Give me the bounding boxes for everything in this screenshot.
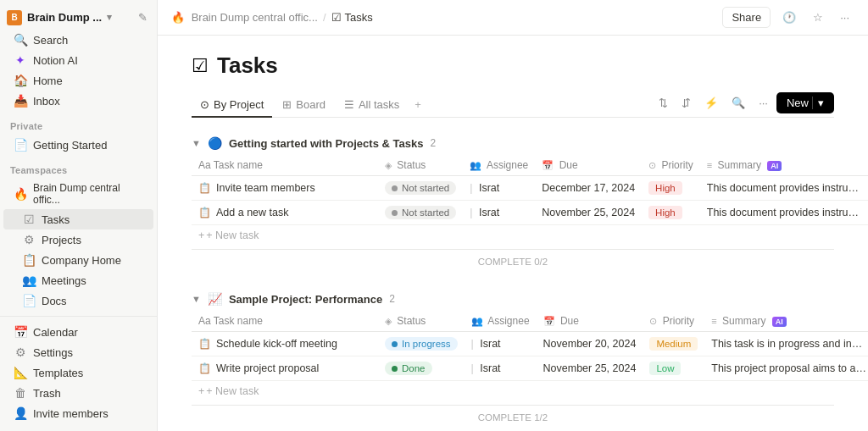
docs-icon: 📄: [22, 294, 36, 307]
status-dot: [392, 341, 398, 347]
circle-icon: ⊙: [200, 98, 209, 111]
section-header-sample[interactable]: ▼ 📈 Sample Project: Performance 2: [192, 287, 834, 311]
workspace-name[interactable]: B Brain Dump ... ▾: [7, 10, 112, 25]
task-name-cell-2-1[interactable]: 📋 Write project proposal: [192, 356, 378, 381]
tab-by-project[interactable]: ⊙ By Project: [192, 93, 272, 118]
task-status-cell-1-0[interactable]: Not started: [378, 176, 463, 201]
sidebar-item-settings[interactable]: ⚙ Settings: [3, 342, 153, 362]
task-summary-2-1: This project proposal aims to achieve o: [704, 356, 868, 381]
task-status-2-0[interactable]: In progress: [378, 332, 465, 356]
col-header-assignee-1: 👥 Assignee: [463, 155, 535, 176]
people-icon: 👥: [22, 274, 36, 287]
sidebar-item-notion-ai[interactable]: ✦ Notion AI: [3, 50, 153, 70]
task-table-2: Aa Task name ◈ Status 👥 Assignee 📅: [192, 311, 868, 381]
inbox-icon: 📥: [14, 94, 27, 108]
sidebar-item-brain-dump[interactable]: 🔥 Brain Dump central offic...: [3, 179, 153, 209]
task-status-2-1[interactable]: Done: [378, 356, 465, 381]
priority-badge: High: [648, 206, 682, 219]
status-badge: Done: [385, 362, 432, 375]
sort-button[interactable]: ⇵: [676, 94, 696, 112]
col-header-status-1: ◈ Status: [378, 155, 463, 176]
plus-icon: +: [198, 385, 204, 397]
search-button[interactable]: 🔍: [726, 94, 750, 112]
sidebar-item-docs[interactable]: 📄 Docs: [3, 290, 153, 311]
page-icon: 📄: [14, 138, 27, 152]
search-icon: 🔍: [14, 33, 27, 47]
add-view-button[interactable]: +: [409, 93, 426, 116]
sidebar-item-getting-started[interactable]: 📄 Getting Started: [3, 135, 153, 155]
sidebar-item-meetings[interactable]: 👥 Meetings: [3, 270, 153, 290]
due-col-icon-2: 📅: [543, 316, 555, 326]
section-header-getting-started[interactable]: ▼ 🔵 Getting started with Projects & Task…: [192, 131, 834, 155]
sidebar-item-home[interactable]: 🏠 Home: [3, 70, 153, 91]
table-row[interactable]: 📋 Write project proposal Done |: [192, 356, 868, 381]
share-button[interactable]: Share: [722, 7, 771, 28]
sidebar-item-inbox[interactable]: 📥 Inbox: [3, 91, 153, 111]
calendar-icon: 📅: [14, 325, 27, 339]
teamspaces-section-label: Teamspaces: [0, 155, 157, 179]
priority-col-icon: ⊙: [648, 160, 656, 170]
sidebar-item-tasks[interactable]: ☑ Tasks: [3, 209, 153, 229]
history-button[interactable]: 🕐: [777, 8, 801, 27]
col-header-due-2: 📅 Due: [537, 311, 643, 332]
sidebar-item-projects[interactable]: ⚙ Projects: [3, 229, 153, 250]
section-getting-started: ▼ 🔵 Getting started with Projects & Task…: [192, 131, 834, 274]
breadcrumb-current: ☑ Tasks: [331, 11, 373, 24]
plus-icon: +: [198, 229, 204, 241]
table-row[interactable]: 📋 Invite team members Not started |: [192, 176, 868, 201]
filter-button[interactable]: ⇅: [654, 94, 673, 112]
priority-badge: Medium: [649, 337, 698, 351]
new-page-icon[interactable]: ✎: [136, 8, 150, 26]
section-title-2: Sample Project: Performance: [229, 293, 382, 306]
task-summary-2-0: This task is in progress and involves sc: [704, 332, 868, 356]
templates-icon: 📐: [14, 366, 27, 379]
new-task-button-1[interactable]: + + New task: [192, 225, 834, 246]
col-header-taskname-2: Aa Task name: [192, 311, 378, 332]
automation-button[interactable]: ⚡: [699, 94, 723, 112]
task-due-1-0: December 17, 2024: [535, 176, 642, 201]
divider: |: [470, 207, 472, 218]
status-dot: [392, 210, 398, 216]
col-header-priority-1: ⊙ Priority: [642, 155, 700, 176]
new-button-arrow[interactable]: ▾: [812, 97, 824, 109]
task-due-2-0: November 20, 2024: [537, 332, 643, 356]
workspace-icon: B: [7, 10, 22, 25]
breadcrumb-workspace[interactable]: 🔥 Brain Dump central offic...: [171, 11, 318, 24]
summary-col-icon: ≡: [707, 160, 712, 170]
sidebar-item-calendar[interactable]: 📅 Calendar: [3, 322, 153, 342]
table-icon: 📋: [22, 253, 36, 267]
task-name-cell-2-0[interactable]: 📋 Schedule kick-off meeting: [192, 332, 378, 356]
task-name-cell-1-0[interactable]: 📋 Invite team members: [192, 176, 378, 201]
task-due-2-1: November 25, 2024: [537, 356, 643, 381]
divider: |: [471, 362, 474, 374]
task-name-cell-1-1[interactable]: 📋 Add a new task: [192, 201, 378, 225]
more-options-button[interactable]: ···: [754, 94, 773, 112]
priority-badge: Low: [649, 362, 681, 375]
sidebar-item-company-home[interactable]: 📋 Company Home: [3, 250, 153, 270]
tab-all-tasks[interactable]: ☰ All tasks: [336, 93, 408, 118]
task-priority-2-0: Medium: [643, 332, 704, 356]
sidebar-item-templates[interactable]: 📐 Templates: [3, 362, 153, 383]
table-header-row-2: Aa Task name ◈ Status 👥 Assignee 📅: [192, 311, 868, 332]
sidebar-item-trash[interactable]: 🗑 Trash: [3, 383, 153, 403]
chevron-down-icon: ▾: [107, 12, 112, 23]
sidebar-item-search[interactable]: 🔍 Search: [3, 30, 153, 50]
priority-col-icon-2: ⊙: [649, 316, 657, 326]
sidebar-item-invite-members[interactable]: 👤 Invite members: [3, 403, 153, 423]
settings-icon: ⚙: [14, 345, 27, 359]
task-table-1: Aa Task name ◈ Status 👥 Assignee 📅: [192, 155, 868, 225]
star-button[interactable]: ☆: [808, 8, 828, 27]
checkbox-icon: ☑: [22, 213, 36, 226]
col-header-assignee-2: 👥 Assignee: [465, 311, 537, 332]
table-row[interactable]: 📋 Schedule kick-off meeting In progress: [192, 332, 868, 356]
new-task-button-2[interactable]: + + New task: [192, 381, 834, 401]
task-status-cell-1-1[interactable]: Not started: [378, 201, 463, 225]
aa-prefix: Aa: [198, 159, 214, 171]
new-button[interactable]: New ▾: [776, 92, 834, 113]
table-row[interactable]: 📋 Add a new task Not started |: [192, 201, 868, 225]
aa-prefix-2: Aa: [198, 315, 214, 327]
table-header-row-1: Aa Task name ◈ Status 👥 Assignee 📅: [192, 155, 868, 176]
more-button[interactable]: ···: [835, 8, 854, 27]
task-icon: 📋: [198, 207, 211, 218]
tab-board[interactable]: ⊞ Board: [274, 93, 334, 118]
